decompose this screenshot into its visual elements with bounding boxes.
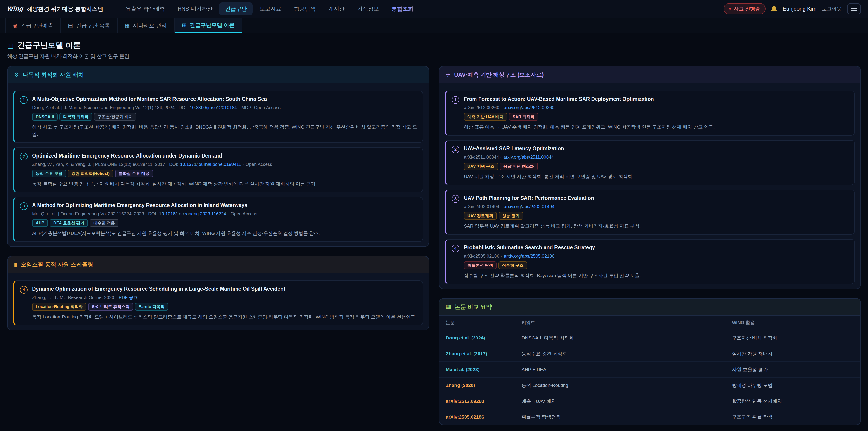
incident-status-badge: ● 사고 진행중 [723, 3, 766, 14]
paper-tag: 예측 기반 UAV 배치 [464, 113, 507, 121]
notification-bell-icon[interactable] [771, 6, 777, 12]
column-header-paper: 논문 [439, 315, 515, 330]
wing-usage-cell: 구조구역 확률 탐색 [725, 409, 860, 425]
tab-rescue-list[interactable]: ▤ 긴급구난 목록 [61, 18, 118, 33]
tab-label: 긴급구난 목록 [76, 22, 110, 29]
status-badge-label: 사고 진행중 [734, 5, 760, 12]
wing-usage-cell: 실시간 자원 재배치 [725, 346, 860, 362]
paper-tag: DNSGA-II [32, 113, 58, 121]
brand: Wing 해양환경 위기대응 통합시스템 [7, 5, 103, 13]
paper-description: 해상 사고 후 구조자원(구조선·항공기) 배치 최적화. 비용·응답시간 동시… [32, 123, 417, 138]
tab-label: 긴급구난모델 이론 [190, 22, 235, 29]
doi-link[interactable]: 10.1371/journal.pone.0189411 [180, 162, 241, 167]
paper-description: 해상 표류 예측 → UAV 수색 배치 최적화. 예측-행동 연계 프레임워크… [464, 123, 849, 131]
column-header-keywords: 키워드 [515, 315, 725, 330]
paper-number: 2 [452, 146, 459, 153]
paper-card: 2 Optimized Maritime Emergency Resource … [13, 147, 423, 192]
paper-number: 3 [452, 195, 459, 203]
paper-tags: UAV 경로계획 성능 평가 [464, 212, 849, 220]
paper-tag: 다목적 최적화 [59, 113, 92, 121]
nav-item-emergency-rescue[interactable]: 긴급구난 [219, 2, 253, 15]
paper-description: UAV 지원 해상 구조 지연 시간 최적화. 통신·처리 지연 모델링 및 U… [464, 173, 849, 180]
paper-tag: Pareto 다목적 [135, 303, 168, 311]
table-row: Dong et al. (2024) DNSGA-II 다목적 최적화 구조자산… [439, 330, 860, 346]
paper-card: 2 UAV-Assisted SAR Latency Optimization … [445, 140, 855, 185]
meta-text: Dong, Y. et al. | J. Marine Science and … [32, 105, 189, 110]
nav-right-cluster: ● 사고 진행중 Eunjeong Kim 로그아웃 [723, 3, 861, 14]
rescue-list-icon: ▤ [68, 23, 73, 29]
paper-tags: 예측 기반 UAV 배치 SAR 최적화 [464, 113, 849, 121]
paper-ref-link[interactable]: Zhang (2020) [439, 377, 515, 393]
tab-scenario-management[interactable]: ▦ 시나리오 관리 [118, 18, 175, 33]
paper-tag: 성능 평가 [499, 212, 523, 220]
paper-tag: 응답 지연 최소화 [500, 162, 538, 170]
nav-item-reports[interactable]: 보고자료 [254, 2, 287, 15]
tab-rescue-model-theory[interactable]: ▧ 긴급구난모델 이론 [175, 18, 242, 33]
pdf-link[interactable]: PDF 공개 [119, 295, 138, 300]
main-nav: 유출유 확산예측 HNS·대기확산 긴급구난 보고자료 항공탐색 게시판 기상정… [120, 2, 419, 15]
paper-card: 3 UAV Path Planning for SAR: Performance… [445, 190, 855, 235]
arxiv-link[interactable]: arxiv.org/abs/2511.00844 [503, 155, 554, 160]
paper-meta: arXiv:2512.09260 · arxiv.org/abs/2512.09… [464, 104, 849, 111]
panel-title: 다목적 최적화 자원 배치 [23, 71, 84, 79]
paper-tag: AHP [32, 219, 48, 227]
sub-tab-bar: ◉ 긴급구난예측 ▤ 긴급구난 목록 ▦ 시나리오 관리 ▧ 긴급구난모델 이론 [0, 18, 868, 33]
paper-card: 1 From Forecast to Action: UAV-Based Mar… [445, 91, 855, 135]
status-dot-icon: ● [729, 7, 731, 11]
paper-description: 잠수함 구조 전략 확률론적 최적화. Bayesian 탐색 이론 기반 구조… [464, 272, 849, 279]
paper-title: Optimized Maritime Emergency Resource Al… [32, 152, 417, 159]
nav-item-aerial-search[interactable]: 항공탐색 [288, 2, 321, 15]
panel-header: ✈ UAV·예측 기반 해상구조 (보조자료) [439, 66, 860, 83]
hamburger-menu-button[interactable] [847, 3, 861, 14]
page-subtitle: 해상 긴급구난 자원 배치·최적화 이론 및 참고 연구 문헌 [7, 53, 861, 60]
left-column: ⚙ 다목적 최적화 자원 배치 1 A Multi-Objective Opti… [7, 66, 429, 339]
paper-ref-link[interactable]: Dong et al. (2024) [439, 330, 515, 346]
paper-ref-link[interactable]: arXiv:2512.09260 [439, 393, 515, 409]
panel-header: ▮ 오일스필 동적 자원 스케줄링 [8, 256, 429, 273]
paper-number: 2 [20, 153, 28, 160]
tab-rescue-forecast[interactable]: ◉ 긴급구난예측 [5, 18, 61, 33]
nav-item-oil-spill-forecast[interactable]: 유출유 확산예측 [120, 2, 171, 15]
nav-item-hns-dispersion[interactable]: HNS·대기확산 [172, 2, 219, 15]
paper-tag: 불확실 수요 대응 [115, 170, 153, 177]
doi-link[interactable]: 10.3390/jmse12010184 [190, 105, 237, 110]
paper-number: 1 [20, 96, 28, 104]
paper-description: AHP(계층분석법)+DEA(자료포락분석)로 긴급구난 자원 효율성 평가 및… [32, 229, 417, 237]
meta-text: Ma, Q. et al. | Ocean Engineering Vol.28… [32, 211, 159, 216]
paper-tag: 하이브리드 휴리스틱 [88, 303, 133, 311]
page-title: 긴급구난모델 이론 [17, 40, 81, 51]
doi-link[interactable]: 10.1016/j.oceaneng.2023.116224 [159, 211, 226, 216]
tab-label: 시나리오 관리 [133, 22, 167, 29]
meta-text: · MDPI Open Access [237, 105, 281, 110]
nav-item-integrated-search[interactable]: 통합조회 [385, 2, 419, 15]
paper-meta: arXiv:2402.01494 · arxiv.org/abs/2402.01… [464, 204, 849, 210]
user-name: Eunjeong Kim [783, 6, 816, 12]
arxiv-link[interactable]: arxiv.org/abs/2512.09260 [504, 105, 555, 110]
paper-meta: Zhang, W., Yan, X. & Yang, J. | PLoS ONE… [32, 161, 417, 167]
paper-tag: UAV 경로계획 [464, 212, 497, 220]
paper-tag: 강건 최적화(Robust) [68, 170, 113, 177]
meta-text: arXiv:2402.01494 · [464, 204, 503, 209]
paper-meta: Ma, Q. et al. | Ocean Engineering Vol.28… [32, 211, 417, 217]
logout-button[interactable]: 로그아웃 [822, 5, 842, 12]
meta-text: arXiv:2512.09260 · [464, 105, 503, 110]
nav-item-weather[interactable]: 기상정보 [351, 2, 385, 15]
paper-description: 동적·불확실 수요 반영 긴급구난 자원 배치 다목적 최적화. 실시간 재최적… [32, 180, 417, 187]
paper-meta: Zhang, L. | LJMU Research Online, 2020 ·… [32, 294, 417, 301]
table-row: Ma et al. (2023) AHP + DEA 자원 효율성 평가 [439, 362, 860, 377]
paper-ref-link[interactable]: Ma et al. (2023) [439, 362, 515, 377]
paper-ref-link[interactable]: Zhang et al. (2017) [439, 346, 515, 362]
nav-item-board[interactable]: 게시판 [322, 2, 350, 15]
paper-tag: 동적 수요 모델 [32, 170, 66, 177]
paper-card: 4 Dynamic Optimization of Emergency Reso… [13, 280, 423, 326]
keywords-cell: 확률론적 탐색전략 [515, 409, 725, 425]
paper-ref-link[interactable]: arXiv:2505.02186 [439, 409, 515, 425]
paper-number: 4 [20, 286, 28, 294]
arxiv-link[interactable]: arxiv.org/abs/2402.01494 [504, 204, 555, 209]
aircraft-icon: ✈ [446, 71, 451, 78]
paper-tags: 동적 수요 모델 강건 최적화(Robust) 불확실 수요 대응 [32, 170, 417, 177]
rescue-forecast-icon: ◉ [13, 23, 18, 29]
keywords-cell: DNSGA-II 다목적 최적화 [515, 330, 725, 346]
oil-barrel-icon: ▮ [14, 261, 17, 268]
arxiv-link[interactable]: arxiv.org/abs/2505.02186 [504, 254, 555, 258]
